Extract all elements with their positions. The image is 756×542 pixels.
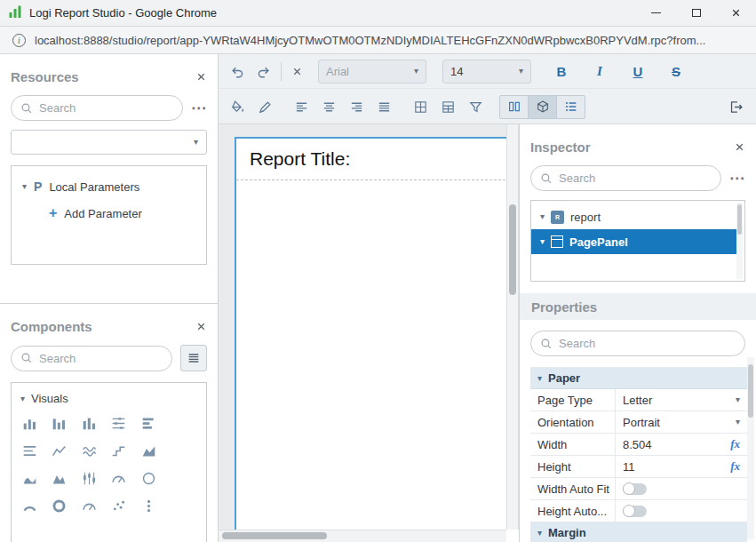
height-field[interactable]: 11 fx bbox=[616, 456, 747, 477]
object-view-button[interactable] bbox=[528, 95, 557, 119]
canvas-horizontal-scrollbar[interactable] bbox=[219, 530, 506, 542]
width-autofit-toggle[interactable] bbox=[623, 483, 647, 495]
align-left-button[interactable] bbox=[294, 100, 309, 115]
visual-list-lines-chart-icon[interactable] bbox=[22, 443, 37, 458]
align-right-button[interactable] bbox=[349, 100, 364, 115]
resources-search-input[interactable] bbox=[39, 101, 173, 115]
delete-button[interactable] bbox=[291, 66, 303, 77]
inspector-search[interactable] bbox=[530, 165, 721, 191]
section-paper[interactable]: ▾ Paper bbox=[530, 368, 747, 389]
properties-scroll-thumb[interactable] bbox=[748, 364, 753, 418]
redo-button[interactable] bbox=[256, 64, 271, 79]
visual-stream-chart-icon[interactable] bbox=[82, 443, 97, 458]
page-type-select[interactable]: Letter ▾ bbox=[616, 389, 747, 410]
visual-half-gauge-chart-icon[interactable] bbox=[82, 498, 97, 514]
visual-arc-chart-icon[interactable] bbox=[22, 498, 37, 514]
report-title-text[interactable]: Report Title: bbox=[250, 148, 350, 169]
site-info-icon[interactable]: i bbox=[12, 34, 26, 47]
visual-horizontal-bar-chart-icon[interactable] bbox=[141, 416, 156, 431]
chevron-down-icon[interactable]: ▾ bbox=[20, 395, 25, 403]
canvas-vertical-scrollbar[interactable] bbox=[506, 124, 519, 530]
formula-icon[interactable]: fx bbox=[730, 459, 740, 474]
chevron-down-icon[interactable]: ▾ bbox=[540, 212, 545, 221]
visual-area-chart-icon[interactable] bbox=[141, 443, 156, 458]
resources-more-button[interactable]: ⋯ bbox=[191, 100, 207, 116]
tree-scroll-thumb[interactable] bbox=[737, 204, 742, 235]
vertical-scroll-thumb[interactable] bbox=[509, 204, 516, 295]
report-label[interactable]: report bbox=[570, 211, 601, 224]
minimize-button[interactable] bbox=[636, 0, 676, 26]
width-value[interactable]: 8.504 bbox=[623, 438, 652, 451]
components-menu-button[interactable] bbox=[180, 345, 207, 371]
maximize-button[interactable] bbox=[676, 0, 716, 26]
section-margin[interactable]: ▾ Margin bbox=[530, 522, 747, 542]
horizontal-scroll-thumb[interactable] bbox=[222, 532, 327, 539]
visual-clustered-bar-chart-icon[interactable] bbox=[52, 416, 67, 431]
tree-scrollbar[interactable] bbox=[736, 203, 743, 279]
properties-scrollbar[interactable] bbox=[747, 357, 754, 539]
italic-button[interactable]: I bbox=[592, 64, 608, 79]
chevron-down-icon[interactable]: ▾ bbox=[540, 237, 545, 246]
align-justify-button[interactable] bbox=[377, 100, 392, 115]
list-view-button[interactable] bbox=[556, 95, 585, 119]
report-title-band[interactable]: Report Title: bbox=[236, 139, 506, 180]
split-cells-button[interactable] bbox=[441, 100, 456, 115]
height-value[interactable]: 11 bbox=[623, 460, 635, 474]
width-field[interactable]: 8.504 fx bbox=[616, 434, 747, 455]
bold-button[interactable]: B bbox=[553, 64, 569, 79]
height-autofit-toggle[interactable] bbox=[623, 506, 647, 517]
inspector-close-icon[interactable] bbox=[734, 141, 745, 153]
address-bar[interactable]: i localhost:8888/studio/report/app-YWRta… bbox=[0, 27, 756, 54]
properties-search-input[interactable] bbox=[559, 337, 736, 350]
local-parameters-label[interactable]: Local Parameters bbox=[49, 180, 139, 194]
visual-more-options-icon[interactable] bbox=[141, 498, 156, 514]
report-canvas[interactable]: Report Title: bbox=[219, 124, 506, 530]
inspector-search-input[interactable] bbox=[559, 171, 712, 185]
inspector-more-button[interactable]: ⋯ bbox=[729, 171, 745, 186]
font-family-select[interactable]: Arial ▾ bbox=[318, 60, 426, 84]
underline-button[interactable]: U bbox=[630, 64, 646, 79]
merge-cells-button[interactable] bbox=[413, 100, 428, 115]
visual-bar-chart-icon[interactable] bbox=[22, 416, 37, 431]
visual-benchmark-chart-icon[interactable] bbox=[111, 416, 126, 431]
formula-icon[interactable]: fx bbox=[730, 437, 740, 451]
url-text[interactable]: localhost:8888/studio/report/app-YWRtaW4… bbox=[35, 34, 720, 47]
strikethrough-button[interactable]: S bbox=[668, 64, 684, 79]
add-parameter-button[interactable]: + Add Parameter bbox=[12, 200, 206, 227]
visual-scatter-chart-icon[interactable] bbox=[111, 498, 126, 514]
fill-color-button[interactable] bbox=[230, 100, 245, 115]
pagepanel-label[interactable]: PagePanel bbox=[569, 235, 628, 249]
add-parameter-label[interactable]: Add Parameter bbox=[64, 207, 141, 220]
report-page[interactable]: Report Title: bbox=[235, 137, 506, 530]
chevron-down-icon[interactable]: ▾ bbox=[22, 182, 27, 191]
font-size-select[interactable]: 14 ▾ bbox=[442, 60, 531, 84]
visual-mountain-chart-icon[interactable] bbox=[52, 471, 67, 486]
orientation-select[interactable]: Portrait ▾ bbox=[616, 411, 747, 433]
visual-step-chart-icon[interactable] bbox=[111, 443, 126, 458]
filter-button[interactable] bbox=[468, 100, 483, 115]
visual-gauge-chart-icon[interactable] bbox=[111, 471, 126, 486]
visual-line-chart-icon[interactable] bbox=[52, 443, 67, 458]
visual-circle-chart-icon[interactable] bbox=[141, 471, 156, 486]
align-center-button[interactable] bbox=[322, 100, 337, 115]
grid-view-button[interactable] bbox=[499, 95, 529, 119]
visuals-header[interactable]: ▾ Visuals bbox=[12, 383, 206, 410]
export-button[interactable] bbox=[728, 100, 744, 115]
chevron-down-icon[interactable]: ▾ bbox=[537, 374, 542, 383]
tree-item-pagepanel[interactable]: ▾ PagePanel bbox=[531, 229, 736, 254]
chevron-down-icon[interactable]: ▾ bbox=[537, 529, 542, 538]
tree-item-report[interactable]: ▾ R report bbox=[531, 204, 744, 229]
resources-search[interactable] bbox=[11, 95, 183, 121]
components-search[interactable] bbox=[11, 346, 172, 371]
visual-donut-chart-icon[interactable] bbox=[52, 498, 67, 514]
tree-item-local-parameters[interactable]: ▾ P Local Parameters bbox=[12, 173, 206, 200]
properties-search[interactable] bbox=[530, 331, 745, 356]
components-close-icon[interactable] bbox=[195, 321, 207, 332]
format-brush-button[interactable] bbox=[258, 100, 273, 115]
visual-smooth-area-chart-icon[interactable] bbox=[22, 471, 37, 486]
visual-candlestick-chart-icon[interactable] bbox=[82, 471, 97, 486]
components-search-input[interactable] bbox=[39, 352, 163, 365]
visual-column-chart-icon[interactable] bbox=[82, 416, 97, 431]
resources-close-icon[interactable] bbox=[195, 71, 207, 83]
window-close-button[interactable] bbox=[716, 0, 756, 26]
